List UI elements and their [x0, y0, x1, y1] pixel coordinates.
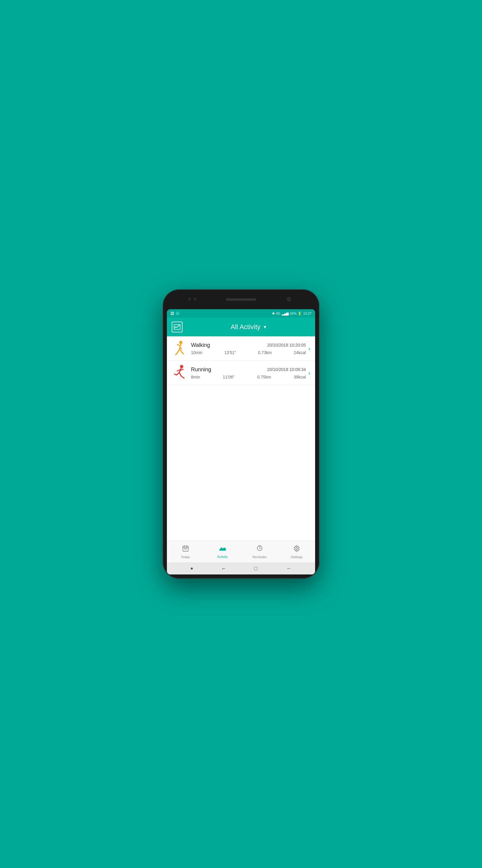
- running-name: Running: [191, 367, 211, 373]
- svg-line-15: [179, 373, 181, 376]
- running-pace: 11'06": [223, 375, 235, 379]
- activity-item-walking[interactable]: Walking 20/10/2018 10:20:05 10min 13'51"…: [167, 336, 315, 361]
- phone-top-bar: [167, 295, 315, 309]
- signal-bars-icon: ▂▄▆: [282, 312, 289, 315]
- phone-camera: [287, 297, 291, 301]
- header-title: All Activity: [231, 323, 261, 331]
- header-title-area[interactable]: All Activity ▼: [187, 323, 310, 331]
- settings-nav-icon: [293, 545, 300, 554]
- walking-calories: 24kcal: [294, 350, 306, 355]
- overview-button[interactable]: □: [254, 565, 258, 572]
- recents-button[interactable]: ⌐: [222, 565, 225, 572]
- svg-line-8: [182, 352, 184, 354]
- clock-time: 10:27: [303, 312, 312, 315]
- app-header: All Activity ▼: [167, 318, 315, 336]
- reminder-nav-icon: [256, 545, 263, 554]
- svg-rect-24: [219, 550, 226, 551]
- back-button[interactable]: ←: [286, 565, 292, 572]
- activity-nav-label: Activity: [217, 555, 228, 558]
- phone-speaker: [226, 299, 256, 301]
- running-chevron-icon: ›: [308, 370, 310, 376]
- running-calories: 39kcal: [294, 375, 306, 379]
- walking-distance: 0.73km: [258, 350, 272, 355]
- svg-line-7: [180, 349, 182, 352]
- nav-item-activity[interactable]: Activity: [204, 541, 241, 562]
- network-type: 4G: [276, 312, 281, 315]
- walking-datetime: 20/10/2018 10:20:05: [267, 343, 306, 347]
- activity-nav-icon: [219, 545, 227, 554]
- bluetooth-icon: ✱: [272, 312, 275, 315]
- settings-nav-label: Settings: [291, 555, 303, 559]
- running-name-row: Running 20/10/2018 10:09:34: [191, 367, 306, 373]
- status-right-info: ✱ 4G ▂▄▆ 92% 🔋 10:27: [272, 312, 312, 315]
- nav-item-reminder[interactable]: Reminder: [241, 541, 278, 562]
- svg-line-13: [176, 373, 179, 375]
- system-navigation-bar: ● ⌐ □ ←: [167, 562, 315, 575]
- svg-point-9: [180, 365, 184, 368]
- reminder-nav-label: Reminder: [252, 555, 267, 559]
- home-button[interactable]: ●: [190, 566, 193, 571]
- image-status-icon: 🖼: [170, 311, 174, 315]
- svg-line-6: [175, 352, 178, 355]
- svg-line-5: [178, 349, 180, 352]
- walking-stats: 10min 13'51" 0.73km 24kcal: [191, 350, 306, 355]
- status-left-icons: 🖼 ☑: [170, 311, 179, 315]
- sensor-dot-1: [188, 298, 191, 301]
- activity-item-running[interactable]: Running 20/10/2018 10:09:34 8min 11'06" …: [167, 361, 315, 385]
- battery-percent: 92%: [290, 312, 296, 315]
- walking-name-row: Walking 20/10/2018 10:20:05: [191, 342, 306, 348]
- nav-item-today[interactable]: Today: [167, 541, 204, 562]
- walking-duration: 10min: [191, 350, 202, 355]
- dropdown-arrow-icon: ▼: [263, 324, 267, 330]
- running-distance: 0.75km: [257, 375, 271, 379]
- today-nav-icon: [182, 545, 189, 554]
- check-status-icon: ☑: [176, 311, 179, 315]
- status-bar: 🖼 ☑ ✱ 4G ▂▄▆ 92% 🔋 10:27: [167, 309, 315, 318]
- phone-device: 🖼 ☑ ✱ 4G ▂▄▆ 92% 🔋 10:27 All Activit: [163, 289, 319, 579]
- svg-point-30: [296, 548, 298, 550]
- svg-rect-22: [185, 549, 186, 550]
- nav-item-settings[interactable]: Settings: [278, 541, 315, 562]
- svg-line-3: [177, 344, 180, 346]
- svg-rect-23: [186, 549, 187, 550]
- bottom-navigation: Today Activity: [167, 541, 315, 562]
- chart-icon: [172, 321, 183, 333]
- running-duration: 8min: [191, 375, 200, 379]
- battery-icon: 🔋: [298, 312, 302, 315]
- activity-list: Walking 20/10/2018 10:20:05 10min 13'51"…: [167, 336, 315, 541]
- sensor-dot-2: [193, 298, 196, 301]
- svg-line-16: [181, 376, 184, 378]
- running-icon: [172, 365, 187, 381]
- walking-name: Walking: [191, 342, 210, 348]
- running-stats: 8min 11'06" 0.75km 39kcal: [191, 375, 306, 379]
- today-nav-label: Today: [181, 555, 190, 559]
- walking-chevron-icon: ›: [308, 345, 310, 352]
- walking-info: Walking 20/10/2018 10:20:05 10min 13'51"…: [191, 342, 306, 355]
- svg-line-14: [174, 374, 176, 375]
- svg-rect-21: [184, 549, 185, 550]
- walking-icon: [172, 341, 187, 356]
- walking-pace: 13'51": [224, 350, 236, 355]
- running-info: Running 20/10/2018 10:09:34 8min 11'06" …: [191, 367, 306, 379]
- phone-screen: 🖼 ☑ ✱ 4G ▂▄▆ 92% 🔋 10:27 All Activit: [167, 309, 315, 575]
- running-datetime: 20/10/2018 10:09:34: [267, 367, 306, 372]
- phone-sensors: [188, 298, 196, 301]
- svg-line-27: [260, 548, 261, 549]
